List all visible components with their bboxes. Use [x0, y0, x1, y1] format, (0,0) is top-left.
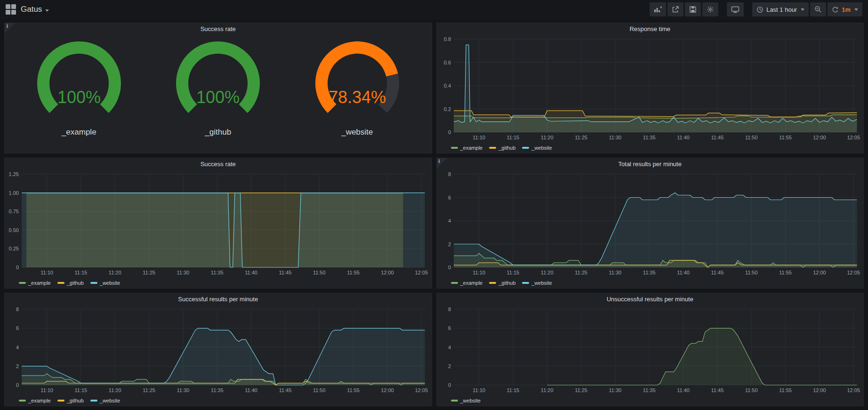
- legend-label: _website: [100, 398, 120, 403]
- panel-title[interactable]: Total results per minute: [437, 158, 864, 170]
- legend-label: _website: [531, 280, 552, 286]
- info-icon[interactable]: i: [5, 23, 15, 33]
- legend-item-_github[interactable]: _github: [57, 280, 84, 286]
- panel-title[interactable]: Successful results per minute: [5, 293, 432, 305]
- legend-swatch: [57, 282, 64, 284]
- legend-label: _example: [28, 280, 51, 286]
- legend-item-_github[interactable]: _github: [57, 398, 84, 403]
- panel-successful-results: Successful results per minute 11:1011:15…: [4, 293, 432, 406]
- legend-item-_example[interactable]: _example: [19, 398, 51, 403]
- svg-text:11:35: 11:35: [643, 270, 655, 275]
- svg-text:11:50: 11:50: [745, 135, 757, 140]
- chart-canvas[interactable]: 11:1011:1511:2011:2511:3011:3511:4011:45…: [5, 305, 432, 395]
- cycle-view-button[interactable]: [727, 2, 744, 16]
- legend-item-_website[interactable]: _website: [522, 280, 552, 286]
- chart-canvas[interactable]: 11:1011:1511:2011:2511:3011:3511:4011:45…: [437, 170, 864, 278]
- panel-response-time: Response time 11:1011:1511:2011:2511:301…: [436, 23, 864, 153]
- legend-swatch: [451, 400, 458, 402]
- gauge-label: _github: [205, 128, 231, 137]
- svg-text:11:45: 11:45: [711, 135, 723, 140]
- refresh-picker[interactable]: 1m: [828, 2, 862, 16]
- zoom-out-button[interactable]: [810, 2, 826, 16]
- svg-text:11:20: 11:20: [540, 387, 553, 393]
- share-button[interactable]: [667, 2, 683, 16]
- legend-swatch: [489, 147, 496, 149]
- info-icon[interactable]: i: [437, 158, 447, 169]
- time-range-picker[interactable]: Last 1 hour: [752, 2, 809, 16]
- panel-title[interactable]: Success rate: [5, 158, 432, 170]
- logo-square: [6, 10, 10, 15]
- svg-text:0.4: 0.4: [443, 83, 450, 88]
- svg-text:11:20: 11:20: [540, 135, 553, 140]
- legend-item-_example[interactable]: _example: [451, 280, 483, 286]
- svg-text:11:45: 11:45: [279, 270, 292, 275]
- chart-canvas[interactable]: 11:1011:1511:2011:2511:3011:3511:4011:45…: [437, 35, 864, 143]
- svg-text:11:10: 11:10: [473, 135, 485, 140]
- svg-text:11:45: 11:45: [711, 387, 723, 393]
- svg-text:11:40: 11:40: [677, 387, 690, 393]
- svg-text:11:55: 11:55: [779, 270, 792, 275]
- legend-label: _example: [460, 280, 483, 286]
- svg-text:11:25: 11:25: [575, 387, 587, 393]
- svg-text:11:15: 11:15: [506, 270, 519, 275]
- legend-item-_github[interactable]: _github: [489, 145, 515, 151]
- settings-button[interactable]: [702, 2, 718, 16]
- legend-item-_website[interactable]: _website: [451, 398, 481, 403]
- chart-legend: _example_github_website: [5, 395, 432, 406]
- dashboard-title-dropdown[interactable]: Gatus: [21, 5, 49, 14]
- save-button[interactable]: [685, 2, 701, 16]
- svg-text:0.8: 0.8: [443, 36, 450, 42]
- svg-text:6: 6: [448, 325, 450, 331]
- svg-text:12:05: 12:05: [847, 387, 860, 393]
- svg-text:4: 4: [448, 218, 450, 224]
- legend-item-_website[interactable]: _website: [90, 280, 120, 286]
- gauge-label: _example: [62, 128, 96, 137]
- svg-text:11:10: 11:10: [473, 387, 485, 393]
- svg-text:11:50: 11:50: [313, 387, 326, 393]
- legend-item-_example[interactable]: _example: [451, 145, 483, 151]
- svg-text:11:45: 11:45: [279, 387, 292, 393]
- svg-text:4: 4: [16, 345, 19, 350]
- legend-item-_github[interactable]: _github: [489, 280, 515, 286]
- svg-text:11:25: 11:25: [575, 135, 587, 140]
- svg-text:0: 0: [448, 382, 450, 388]
- legend-label: _example: [460, 145, 483, 151]
- bar-chart-plus-icon: [654, 6, 662, 13]
- panel-title[interactable]: Unsuccessful results per minute: [437, 293, 864, 305]
- svg-text:11:25: 11:25: [143, 387, 155, 393]
- grafana-apps-icon[interactable]: [6, 4, 16, 15]
- panel-title[interactable]: Success rate: [5, 23, 432, 35]
- gauge-label: _website: [341, 128, 373, 137]
- legend-swatch: [57, 400, 64, 402]
- chevron-down-icon: [854, 8, 858, 11]
- legend-item-_website[interactable]: _website: [90, 398, 120, 403]
- chart-canvas[interactable]: 11:1011:1511:2011:2511:3011:3511:4011:45…: [5, 170, 432, 278]
- svg-text:11:30: 11:30: [609, 270, 621, 275]
- svg-text:12:00: 12:00: [813, 387, 826, 393]
- chart-legend: _example_github_website: [437, 278, 864, 288]
- legend-item-_website[interactable]: _website: [522, 145, 552, 151]
- legend-swatch: [522, 147, 529, 149]
- svg-text:0: 0: [448, 265, 450, 270]
- chart-canvas[interactable]: 11:1011:1511:2011:2511:3011:3511:4011:45…: [437, 305, 864, 395]
- svg-text:11:15: 11:15: [506, 135, 519, 140]
- svg-text:12:05: 12:05: [847, 270, 860, 275]
- svg-text:12:05: 12:05: [415, 387, 428, 393]
- svg-text:1.00: 1.00: [9, 190, 19, 196]
- clock-icon: [756, 6, 764, 13]
- svg-text:12:05: 12:05: [847, 135, 860, 140]
- svg-text:6: 6: [448, 195, 450, 201]
- panel-title[interactable]: Response time: [437, 23, 864, 35]
- gauge-canvas[interactable]: 100%_example100%_github78.34%_website: [5, 35, 432, 153]
- time-range-label: Last 1 hour: [766, 6, 797, 13]
- add-panel-button[interactable]: [650, 2, 666, 16]
- svg-text:11:55: 11:55: [779, 135, 792, 140]
- svg-text:11:20: 11:20: [540, 270, 553, 275]
- legend-item-_example[interactable]: _example: [19, 280, 51, 286]
- svg-text:11:55: 11:55: [347, 270, 360, 275]
- dashboard-grid: i Success rate 100%_example100%_github78…: [0, 19, 868, 410]
- gauge-value: 100%: [196, 88, 240, 107]
- svg-text:12:05: 12:05: [415, 270, 428, 275]
- legend-label: _example: [28, 398, 51, 403]
- legend-swatch: [451, 147, 458, 149]
